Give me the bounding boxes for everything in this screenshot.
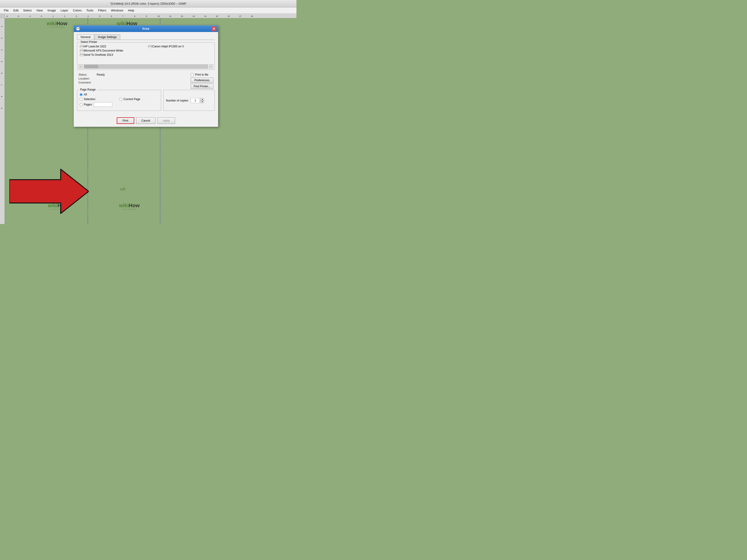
select-printer-label: Select Printer <box>80 41 98 44</box>
svg-text:16: 16 <box>228 15 230 17</box>
pages-text-input[interactable] <box>94 102 112 107</box>
svg-text:2: 2 <box>64 15 66 17</box>
menu-filters[interactable]: Filters <box>96 8 108 12</box>
printer-item-hp[interactable]: HP LaserJet 1022 <box>79 44 145 49</box>
print-to-file-row: Print to file <box>191 73 213 76</box>
printer-item-canon[interactable]: Canon Inkjet iP1300 on V <box>147 44 213 49</box>
svg-point-33 <box>79 28 79 29</box>
window-title: *[Untitled]-19.0 (RGB color, 3 layers) 2… <box>110 2 186 5</box>
printer-name-canon: Canon Inkjet iP1300 on V <box>152 45 184 48</box>
svg-text:2: 2 <box>1 26 3 27</box>
svg-text:0: 0 <box>41 15 42 17</box>
svg-rect-32 <box>77 29 79 30</box>
scroll-thumb <box>84 65 98 69</box>
red-arrow-svg <box>9 168 89 215</box>
scroll-left-btn[interactable]: ‹ <box>79 64 83 69</box>
location-label: Location: <box>78 77 95 80</box>
radio-current-page-label: Current Page <box>124 98 140 101</box>
menu-file[interactable]: File <box>2 8 10 12</box>
svg-text:8: 8 <box>134 15 135 17</box>
wikihow-logo-1: wikiHow <box>47 21 67 27</box>
menu-help[interactable]: Help <box>126 8 136 12</box>
wikihow-partial: wII <box>120 187 125 191</box>
scroll-right-btn[interactable]: › <box>209 64 213 69</box>
svg-rect-35 <box>80 45 83 46</box>
menu-image[interactable]: Image <box>46 8 58 12</box>
copies-input[interactable] <box>190 98 200 103</box>
page-range-label: Page Range <box>79 88 97 91</box>
page-range-section: Page Range All Selection <box>77 90 161 111</box>
menu-layer[interactable]: Layer <box>59 8 70 12</box>
svg-text:18: 18 <box>251 15 253 17</box>
printer-name-onenote: Send To OneNote 2013 <box>84 53 113 56</box>
radio-pages: Pages: <box>80 102 112 107</box>
menu-tools[interactable]: Tools <box>84 8 95 12</box>
svg-text:1: 1 <box>53 15 54 17</box>
svg-text:4: 4 <box>87 15 89 17</box>
radio-selection-input[interactable] <box>80 98 83 101</box>
svg-text:14: 14 <box>204 15 206 17</box>
status-label: Status: <box>78 73 95 76</box>
svg-text:7: 7 <box>1 84 3 85</box>
menu-select[interactable]: Select <box>21 8 33 12</box>
svg-text:5: 5 <box>99 15 100 17</box>
radio-current-page-input[interactable] <box>119 98 122 101</box>
copies-down-btn[interactable]: ▼ <box>200 101 204 103</box>
status-col-right: Print to file Preferences Find Printer..… <box>191 73 213 89</box>
menu-bar: File Edit Select View Image Layer Colors… <box>0 7 297 14</box>
svg-point-37 <box>83 46 83 47</box>
preferences-button[interactable]: Preferences <box>191 78 213 83</box>
dialog-title-text: Print <box>143 27 149 31</box>
apply-button[interactable]: Apply <box>157 117 175 124</box>
canvas-area: -3 -2 -1 0 1 2 3 4 5 6 7 8 9 10 11 12 13 <box>0 14 297 224</box>
printer-name-xps: Microsoft XPS Document Writer <box>84 49 123 52</box>
radio-selection: Selection <box>80 98 112 101</box>
dialog-close-button[interactable]: ✕ <box>211 26 216 31</box>
svg-text:15: 15 <box>216 15 218 17</box>
print-to-file-checkbox[interactable] <box>191 73 194 76</box>
wikihow-tagline-1: TO DO ANYTHING <box>49 27 65 28</box>
radio-all-input[interactable] <box>80 93 83 96</box>
select-printer-section: Select Printer <box>77 42 215 70</box>
printer-item-xps[interactable]: Microsoft XPS Document Writer <box>79 49 145 53</box>
ruler-h-marks: -3 -2 -1 0 1 2 3 4 5 6 7 8 9 10 11 12 13 <box>5 14 297 18</box>
ruler-corner <box>0 14 5 18</box>
printer-item-onenote[interactable]: Send To OneNote 2013 <box>79 53 145 57</box>
svg-rect-36 <box>80 47 83 48</box>
radio-selection-label: Selection <box>84 98 95 101</box>
status-buttons: Preferences Find Printer... <box>191 78 213 89</box>
printer-scrollbar: ‹ › <box>79 64 213 69</box>
status-value: Ready <box>97 73 105 76</box>
printer-icon <box>76 27 80 31</box>
svg-rect-42 <box>80 53 83 54</box>
menu-windows[interactable]: Windows <box>109 8 125 12</box>
status-area: Status: Ready Location: Comment: <box>77 72 215 90</box>
printer-list: HP LaserJet 1022 Microsoft XPS <box>77 43 214 63</box>
menu-view[interactable]: View <box>34 8 45 12</box>
svg-text:8: 8 <box>1 96 3 97</box>
find-printer-button[interactable]: Find Printer... <box>191 84 213 89</box>
tab-general[interactable]: General <box>77 34 94 40</box>
comment-label: Comment: <box>78 81 95 84</box>
scroll-track[interactable] <box>84 64 208 69</box>
print-button[interactable]: Print <box>117 117 134 124</box>
menu-edit[interactable]: Edit <box>11 8 20 12</box>
copies-spinner: ▲ ▼ <box>190 98 204 103</box>
svg-rect-46 <box>149 47 152 48</box>
dialog-footer: Print Cancel Apply <box>74 115 218 127</box>
copies-label: Number of copies: <box>166 99 189 102</box>
svg-text:17: 17 <box>239 15 241 17</box>
svg-rect-40 <box>80 51 83 52</box>
radio-pages-input[interactable] <box>80 103 83 106</box>
svg-text:9: 9 <box>146 15 147 17</box>
wikihow-mark-4: wikiHow TO DO ANYTHING <box>119 203 139 210</box>
svg-rect-43 <box>80 55 83 56</box>
copies-up-btn[interactable]: ▲ <box>200 98 204 101</box>
svg-rect-31 <box>77 27 79 28</box>
menu-colors[interactable]: Colors <box>71 8 83 12</box>
cancel-button[interactable]: Cancel <box>136 117 155 124</box>
svg-text:12: 12 <box>181 15 183 17</box>
svg-text:7: 7 <box>123 15 124 17</box>
tab-image-settings[interactable]: Image Settings <box>95 34 120 40</box>
canvas-content: wikiHow TO DO ANYTHING wikiHow TO DO ANY… <box>5 18 297 224</box>
